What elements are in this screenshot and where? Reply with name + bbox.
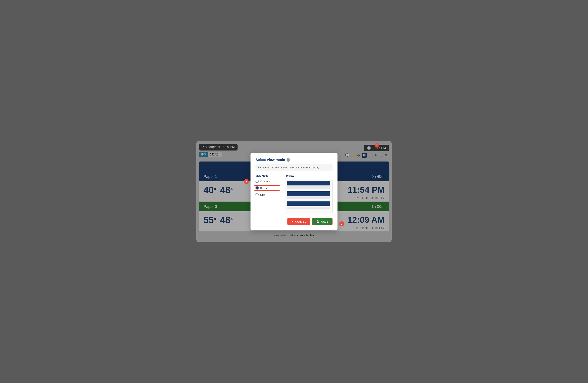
preview-col: Preview (285, 174, 333, 214)
view-mode-label: View Mode (255, 174, 280, 177)
cancel-label: CANCEL (295, 220, 306, 223)
help-icon[interactable]: ? (287, 158, 290, 162)
preview-bar-light-3 (287, 207, 330, 209)
cancel-x-icon: ✕ (291, 220, 294, 223)
callout-2: 2 (244, 179, 249, 184)
save-disk-icon: 💾 (316, 220, 320, 223)
preview-row-3 (287, 202, 330, 209)
radio-grid[interactable] (255, 193, 259, 196)
save-button[interactable]: 💾 SAVE (312, 218, 333, 225)
preview-bar-dark-2 (287, 191, 330, 196)
preview-label: Preview (285, 174, 333, 177)
option-grid-label: Grid (260, 193, 265, 196)
option-columns[interactable]: Columns (255, 180, 280, 183)
modal-footer: ✕ CANCEL 💾 SAVE (255, 218, 333, 225)
view-mode-col: View Mode Columns Rows Grid (255, 174, 280, 214)
preview-row-1 (287, 181, 330, 189)
cancel-button[interactable]: ✕ CANCEL (287, 218, 310, 225)
callout-3: 3 (339, 221, 344, 226)
screen-container: ⚑ Started at 11:09 PM IBO 242424 🕐 11:17… (196, 141, 392, 242)
preview-row-2 (287, 191, 330, 199)
modal-dialog: 2 3 Select view mode ? ℹ Changing the vi… (251, 153, 337, 230)
option-columns-label: Columns (260, 180, 271, 183)
modal-title: Select view mode (255, 158, 285, 162)
modal-body: View Mode Columns Rows Grid (255, 174, 333, 214)
preview-bar-dark-3 (287, 202, 330, 206)
preview-bar-dark-1 (287, 181, 330, 185)
option-rows[interactable]: Rows (254, 185, 280, 191)
modal-title-row: Select view mode ? (255, 158, 333, 162)
preview-bar-light-1 (287, 186, 330, 189)
callout-1: 1 (375, 143, 379, 147)
save-label: SAVE (321, 220, 328, 223)
info-text: Changing the view mode will only affect … (260, 166, 319, 169)
info-circle-icon: ℹ (258, 166, 259, 169)
option-rows-label: Rows (260, 186, 267, 190)
info-bar: ℹ Changing the view mode will only affec… (255, 164, 333, 171)
preview-bar-light-2 (287, 197, 330, 199)
modal-overlay: 2 3 Select view mode ? ℹ Changing the vi… (196, 141, 392, 242)
preview-box (285, 179, 333, 214)
radio-rows[interactable] (255, 186, 259, 190)
radio-columns[interactable] (255, 180, 259, 183)
option-grid[interactable]: Grid (255, 193, 280, 196)
